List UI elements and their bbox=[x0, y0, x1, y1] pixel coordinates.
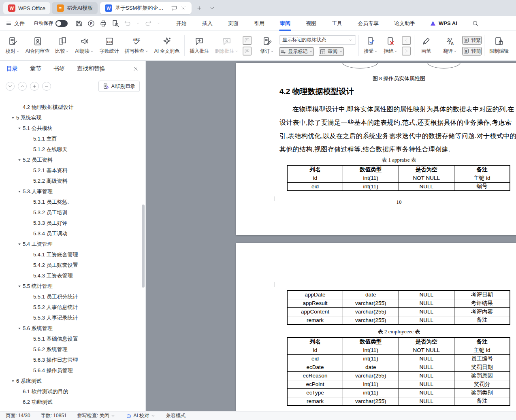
toc-item[interactable]: 5.2.2 高级资料 bbox=[0, 176, 142, 186]
comment-bubble-icon[interactable] bbox=[171, 5, 177, 11]
ribbon-btn-accept[interactable]: 接受 bbox=[361, 33, 380, 59]
sidebar-tab-章节[interactable]: 章节 bbox=[30, 65, 41, 72]
menu-item-审阅[interactable]: 审阅 bbox=[279, 16, 291, 31]
toc-item[interactable]: 4.2 物理数据模型设计 bbox=[0, 102, 142, 113]
ai-recognize-toc-button[interactable]: AI识别目录 bbox=[98, 81, 140, 92]
toc-item[interactable]: 5.6.4 操作员管理 bbox=[0, 365, 142, 376]
toc-item[interactable]: 5.1.1 主页 bbox=[0, 134, 142, 144]
ribbon-mini-change-next[interactable] bbox=[402, 47, 411, 55]
undo-icon[interactable] bbox=[124, 19, 132, 28]
menu-item-论文助手[interactable]: 论文助手 bbox=[393, 16, 416, 31]
ribbon-btn-comment-del[interactable]: 删除批注 bbox=[212, 33, 241, 59]
toc-item[interactable]: 5.2.1 基本资料 bbox=[0, 165, 142, 176]
toc-zoom-out-button[interactable] bbox=[42, 82, 51, 91]
toc-item[interactable]: 5.6.3 操作日志管理 bbox=[0, 355, 142, 365]
search-icon[interactable] bbox=[472, 20, 479, 27]
toc-item[interactable]: 6.1 软件测试的目的 bbox=[0, 386, 142, 397]
menu-item-插入[interactable]: 插入 bbox=[201, 16, 213, 31]
status-page-indicator[interactable]: 页面: 14/30 bbox=[6, 412, 30, 419]
menu-item-工具[interactable]: 工具 bbox=[331, 16, 343, 31]
ribbon-btn-comment-add[interactable]: 插入批注 bbox=[187, 33, 211, 59]
ribbon-btn-revise[interactable]: 修订 bbox=[258, 33, 277, 59]
toc-item[interactable]: 5.4.3 工资表管理 bbox=[0, 271, 142, 281]
menu-item-页面[interactable]: 页面 bbox=[227, 16, 239, 31]
tab-list-button[interactable] bbox=[207, 3, 217, 13]
toc-item[interactable]: 5.5.2 人事信息统计 bbox=[0, 302, 142, 313]
ribbon-btn-translate[interactable]: 文A翻译 bbox=[441, 33, 460, 59]
ribbon-btn-compare[interactable]: 比较 bbox=[53, 33, 72, 59]
toc-item[interactable]: 5.5 统计管理 bbox=[0, 281, 142, 292]
autosave-toggle[interactable] bbox=[55, 20, 68, 27]
toc-item[interactable]: 5.4.2 员工账套设置 bbox=[0, 260, 142, 271]
ribbon-btn-polish[interactable]: AI 全文润色 bbox=[152, 33, 182, 59]
menu-item-视图[interactable]: 视图 bbox=[305, 16, 317, 31]
toc-item[interactable]: 5.1.2 在线聊天 bbox=[0, 144, 142, 155]
ribbon-btn-proof[interactable]: 校对 bbox=[3, 33, 22, 59]
ribbon-btn-count[interactable]: 123字数统计 bbox=[97, 33, 122, 59]
ribbon-btn-abc[interactable]: ABC拼写检查 bbox=[122, 33, 151, 59]
ribbon-btn-reject[interactable]: 拒绝 bbox=[381, 33, 400, 59]
status-spellcheck[interactable]: 拼写检查: 关闭 bbox=[77, 412, 116, 419]
ribbon-text-fan[interactable]: 繁转简 bbox=[462, 47, 482, 55]
toc-expand-button[interactable] bbox=[6, 82, 15, 91]
status-compat-mode[interactable]: 兼容模式 bbox=[166, 412, 186, 419]
ribbon-mini-comment-prev[interactable] bbox=[243, 36, 252, 45]
new-tab-button[interactable] bbox=[194, 3, 205, 13]
document-page-2[interactable]: appDatedateNULL考评日期appResultvarchar(255)… bbox=[236, 243, 516, 411]
toc-zoom-in-button[interactable] bbox=[30, 82, 39, 91]
close-sidebar-icon[interactable] bbox=[132, 66, 139, 72]
save-icon[interactable] bbox=[75, 19, 83, 28]
ribbon-small-markup[interactable]: 显示标记 bbox=[279, 47, 314, 56]
toc-item[interactable]: 5.4.1 工资账套管理 bbox=[0, 249, 142, 260]
sidebar-tab-目录[interactable]: 目录 bbox=[6, 65, 18, 72]
ribbon-btn-doc-auth[interactable]: 文 bbox=[512, 33, 516, 59]
menu-item-引用[interactable]: 引用 bbox=[253, 16, 265, 31]
ribbon-btn-restrict[interactable]: 限制编辑 bbox=[487, 33, 511, 59]
status-ai-proofread[interactable]: AI 校对 bbox=[126, 412, 156, 419]
toc-item[interactable]: 5 系统实现 bbox=[0, 113, 142, 123]
toc-item[interactable]: 5.1 公共模块 bbox=[0, 123, 142, 134]
print-icon[interactable] bbox=[99, 19, 107, 28]
sidebar-tab-查找和替换[interactable]: 查找和替换 bbox=[77, 65, 105, 72]
ribbon-mini-change-prev[interactable] bbox=[402, 36, 411, 45]
ribbon-btn-ai-contract[interactable]: AI合同审查 bbox=[23, 33, 52, 59]
toc-item[interactable]: 6 系统测试 bbox=[0, 376, 142, 386]
sidebar-scrollbar[interactable] bbox=[142, 205, 145, 288]
toc-item[interactable]: 5.3.4 员工调动 bbox=[0, 228, 142, 239]
undo-dropdown-icon[interactable] bbox=[136, 21, 140, 26]
tab-document-active[interactable]: W 基于SSM框架的企业人事薪... bbox=[100, 2, 192, 14]
ribbon-mini-comment-next[interactable] bbox=[243, 47, 252, 55]
toc-item[interactable]: 5.3.1 员工奖惩. bbox=[0, 197, 142, 207]
redo-dropdown-icon[interactable] bbox=[156, 21, 161, 26]
ribbon-btn-pen[interactable]: 画笔 bbox=[417, 33, 435, 59]
toc-item[interactable]: 6.2 功能测试 bbox=[0, 397, 142, 407]
toc-item[interactable]: 5.6.2 系统管理 bbox=[0, 344, 142, 355]
toc-item[interactable]: 5.5.1 基础信息设置 bbox=[0, 334, 142, 344]
toc-item[interactable]: 5.4 工资管理 bbox=[0, 239, 142, 249]
print-preview-icon[interactable] bbox=[111, 19, 119, 28]
ribbon-text-jian[interactable]: 简转繁 bbox=[462, 36, 482, 45]
tab-wps-office[interactable]: W WPS Office bbox=[3, 2, 50, 14]
sidebar-tab-书签[interactable]: 书签 bbox=[53, 65, 65, 72]
file-menu-button[interactable]: 文件 bbox=[6, 20, 25, 27]
toc-item[interactable]: 5.6 系统管理 bbox=[0, 323, 142, 334]
show-markup-dropdown[interactable]: 显示标记的最终状态 bbox=[279, 35, 356, 45]
tab-docer-template[interactable]: ≡ 稻壳AI模板 bbox=[52, 2, 98, 14]
status-word-count[interactable]: 字数: 10851 bbox=[41, 412, 67, 419]
redo-icon[interactable] bbox=[144, 19, 152, 28]
toc-item[interactable]: 5.3.2 员工培训 bbox=[0, 207, 142, 218]
toc-item[interactable]: 5.3.3 员工好评 bbox=[0, 218, 142, 228]
wps-ai-button[interactable]: WPS AI bbox=[430, 20, 457, 27]
export-pdf-icon[interactable]: P bbox=[87, 19, 95, 28]
ribbon-small-review-pane[interactable]: 审阅 bbox=[319, 47, 344, 56]
toc-item[interactable]: 5.5.3 人事记录统计 bbox=[0, 313, 142, 323]
toc-item[interactable]: 5.3.人事管理 bbox=[0, 186, 142, 197]
menu-item-开始[interactable]: 开始 bbox=[175, 16, 188, 31]
document-page-1[interactable]: 图 8 操作员实体属性图 4.2 物理数据模型设计 在物理模型设计中,即将实体属… bbox=[236, 63, 516, 235]
toc-item[interactable]: 5.5.1 员工积分统计 bbox=[0, 292, 142, 302]
toc-item[interactable]: 5.2 员工资料 bbox=[0, 155, 142, 165]
toc-collapse-button[interactable] bbox=[18, 82, 27, 91]
menu-item-会员专享[interactable]: 会员专享 bbox=[357, 16, 380, 31]
ribbon-btn-ai-read[interactable]: AI朗读 bbox=[72, 33, 96, 59]
close-tab-icon[interactable] bbox=[180, 5, 187, 11]
